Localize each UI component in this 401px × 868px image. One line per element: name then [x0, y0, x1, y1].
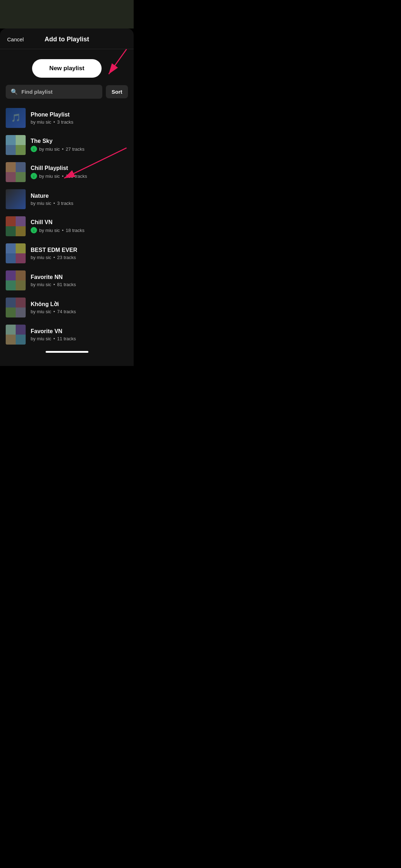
playlist-author: by miu sic: [31, 309, 51, 314]
playlist-meta: ↓by miu sic•18 tracks: [31, 227, 128, 233]
playlist-tracks: 3 tracks: [57, 119, 73, 125]
playlist-item[interactable]: BEST EDM EVERby miu sic•23 tracks: [0, 240, 134, 267]
download-badge: ↓: [31, 227, 37, 233]
separator: •: [53, 119, 55, 125]
playlist-meta: by miu sic•74 tracks: [31, 309, 128, 314]
playlist-info: BEST EDM EVERby miu sic•23 tracks: [31, 247, 128, 260]
search-sort-row: 🔍 Find playlist Sort: [0, 85, 134, 104]
playlist-info: Favorite VNby miu sic•11 tracks: [31, 328, 128, 341]
home-indicator: [46, 351, 88, 353]
playlist-tracks: 11 tracks: [57, 336, 76, 341]
search-placeholder: Find playlist: [21, 89, 53, 95]
playlist-meta: ↓by miu sic•135 tracks: [31, 173, 128, 179]
separator: •: [53, 309, 55, 314]
bottom-bar: [0, 348, 134, 355]
separator: •: [62, 174, 64, 179]
download-arrow-icon: ↓: [33, 174, 35, 178]
playlist-info: Không Lờiby miu sic•74 tracks: [31, 301, 128, 314]
separator: •: [53, 255, 55, 260]
playlist-thumb: [6, 189, 26, 209]
playlist-list: 🎵Phone Playlistby miu sic•3 tracksThe Sk…: [0, 104, 134, 348]
playlist-thumb: [6, 162, 26, 182]
search-box[interactable]: 🔍 Find playlist: [6, 85, 102, 99]
separator: •: [62, 146, 64, 152]
playlist-meta: by miu sic•11 tracks: [31, 336, 128, 341]
playlist-name: Nature: [31, 193, 128, 199]
playlist-meta: by miu sic•3 tracks: [31, 119, 128, 125]
playlist-info: The Sky↓by miu sic•27 tracks: [31, 138, 128, 152]
playlist-info: Natureby miu sic•3 tracks: [31, 193, 128, 206]
cancel-button[interactable]: Cancel: [7, 36, 24, 42]
playlist-name: Favorite VN: [31, 328, 128, 335]
playlist-tracks: 27 tracks: [66, 146, 84, 152]
playlist-name: Chill VN: [31, 219, 128, 226]
playlist-item[interactable]: The Sky↓by miu sic•27 tracks: [0, 131, 134, 159]
playlist-tracks: 23 tracks: [57, 255, 76, 260]
playlist-author: by miu sic: [31, 282, 51, 287]
playlist-thumb: [6, 325, 26, 345]
download-badge: ↓: [31, 146, 37, 152]
new-playlist-section: New playlist: [0, 49, 134, 85]
download-arrow-icon: ↓: [33, 147, 35, 151]
playlist-name: Phone Playlist: [31, 112, 128, 118]
playlist-meta: by miu sic•81 tracks: [31, 282, 128, 287]
playlist-info: Favorite NNby miu sic•81 tracks: [31, 274, 128, 287]
download-badge: ↓: [31, 173, 37, 179]
playlist-name: BEST EDM EVER: [31, 247, 128, 253]
playlist-info: Chill VN↓by miu sic•18 tracks: [31, 219, 128, 233]
playlist-name: Favorite NN: [31, 274, 128, 280]
playlist-thumb: [6, 270, 26, 290]
playlist-meta: ↓by miu sic•27 tracks: [31, 146, 128, 152]
playlist-item[interactable]: Chill VN↓by miu sic•18 tracks: [0, 213, 134, 240]
playlist-item[interactable]: Favorite VNby miu sic•11 tracks: [0, 321, 134, 348]
playlist-author: by miu sic: [31, 119, 51, 125]
page-title: Add to Playlist: [45, 36, 89, 43]
sort-button[interactable]: Sort: [106, 85, 128, 98]
svg-line-1: [109, 49, 127, 74]
new-playlist-button[interactable]: New playlist: [32, 59, 101, 78]
separator: •: [53, 282, 55, 287]
playlist-thumb: 🎵: [6, 108, 26, 128]
playlist-meta: by miu sic•3 tracks: [31, 201, 128, 206]
playlist-item[interactable]: Chill Playplist↓by miu sic•135 tracks: [0, 159, 134, 186]
playlist-meta: by miu sic•23 tracks: [31, 255, 128, 260]
playlist-item[interactable]: 🎵Phone Playlistby miu sic•3 tracks: [0, 104, 134, 131]
playlist-thumb: [6, 216, 26, 236]
playlist-tracks: 81 tracks: [57, 282, 76, 287]
separator: •: [62, 228, 64, 233]
playlist-tracks: 3 tracks: [57, 201, 73, 206]
modal-header: Cancel Add to Playlist: [0, 29, 134, 49]
playlist-author: by miu sic: [31, 255, 51, 260]
playlist-thumb: [6, 135, 26, 155]
playlist-tracks: 18 tracks: [66, 228, 84, 233]
playlist-thumb: [6, 243, 26, 263]
playlist-item[interactable]: Favorite NNby miu sic•81 tracks: [0, 267, 134, 294]
search-icon: 🔍: [11, 88, 18, 95]
playlist-name: Không Lời: [31, 301, 128, 308]
playlist-author: by miu sic: [39, 228, 60, 233]
separator: •: [53, 201, 55, 206]
playlist-author: by miu sic: [31, 201, 51, 206]
playlist-name: The Sky: [31, 138, 128, 144]
playlist-author: by miu sic: [39, 174, 60, 179]
playlist-info: Chill Playplist↓by miu sic•135 tracks: [31, 165, 128, 179]
playlist-tracks: 135 tracks: [66, 174, 87, 179]
separator: •: [53, 336, 55, 341]
playlist-author: by miu sic: [31, 336, 51, 341]
playlist-tracks: 74 tracks: [57, 309, 76, 314]
playlist-info: Phone Playlistby miu sic•3 tracks: [31, 112, 128, 125]
playlist-item[interactable]: Natureby miu sic•3 tracks: [0, 186, 134, 213]
playlist-thumb: [6, 298, 26, 317]
background-dim: [0, 0, 134, 29]
modal-sheet: Cancel Add to Playlist New playlist 🔍 Fi…: [0, 29, 134, 366]
playlist-author: by miu sic: [39, 146, 60, 152]
playlist-item[interactable]: Không Lờiby miu sic•74 tracks: [0, 294, 134, 321]
playlist-name: Chill Playplist: [31, 165, 128, 171]
download-arrow-icon: ↓: [33, 228, 35, 232]
